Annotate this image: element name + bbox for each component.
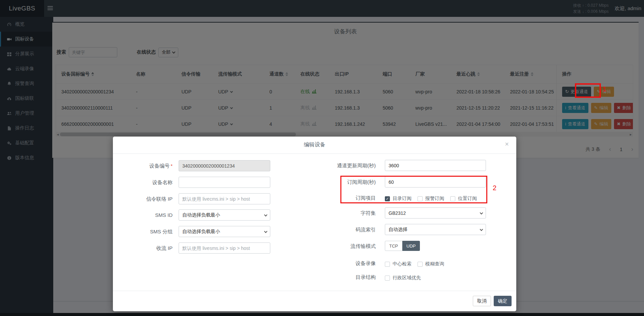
field-channel-refresh: 通道更新周期(秒) [113,160,516,171]
catalog-structure-label: 目录结构 [308,272,376,282]
field-stream-mode: 流传输模式 TCP UDP [113,240,516,252]
confirm-button[interactable]: 确定 [494,296,512,306]
checkbox-icon [385,262,390,267]
modal-title: 编辑设备 [113,141,516,148]
close-icon[interactable]: × [505,141,509,147]
field-device-record: 设备录像 中心检索 模糊查询 [113,259,516,267]
page: LiveGBS 接收 ↑ : 0.027 Mbps 发送 ↓ : 0.006 M… [0,0,644,316]
modal-header-divider [113,153,516,154]
chevron-down-icon [480,211,483,214]
modal-footer-divider [113,291,516,291]
field-stream-index: 码流索引 自动选择 [113,224,516,235]
stream-index-select[interactable]: 自动选择 [385,224,486,235]
field-charset: 字符集 GB2312 [113,207,516,219]
stream-mode-label: 流传输模式 [308,240,376,252]
device-record-group: 中心检索 模糊查询 [385,260,444,268]
field-catalog-structure: 目录结构 行政区域优先 [113,272,516,281]
annotation-box-step1 [575,83,601,98]
charset-select[interactable]: GB2312 [385,207,486,219]
annotation-box-step2 [340,176,487,203]
catalog-structure-group: 行政区域优先 [385,274,421,282]
tcp-option[interactable]: TCP [385,241,402,251]
udp-option[interactable]: UDP [402,241,420,251]
device-record-label: 设备录像 [308,259,376,268]
checkbox-icon [385,276,390,281]
stream-mode-toggle: TCP UDP [385,241,420,251]
checkbox-admin-region-first[interactable]: 行政区域优先 [385,275,421,281]
channel-refresh-label: 通道更新周期(秒) [308,160,376,171]
stream-index-label: 码流索引 [308,224,376,235]
chevron-down-icon [480,228,483,231]
annotation-number-1: 1 [603,85,607,93]
checkbox-icon [418,262,423,267]
checkbox-fuzzy-query[interactable]: 模糊查询 [418,261,444,267]
edit-device-modal: 编辑设备 × 设备编号* 设备名称 信令联络 IP SMS ID 自动选择负载最… [113,137,516,311]
charset-label: 字符集 [308,207,376,219]
channel-refresh-input[interactable] [385,160,486,171]
annotation-number-2: 2 [493,184,496,192]
cancel-button[interactable]: 取消 [473,296,491,306]
checkbox-center-search[interactable]: 中心检索 [385,261,411,267]
